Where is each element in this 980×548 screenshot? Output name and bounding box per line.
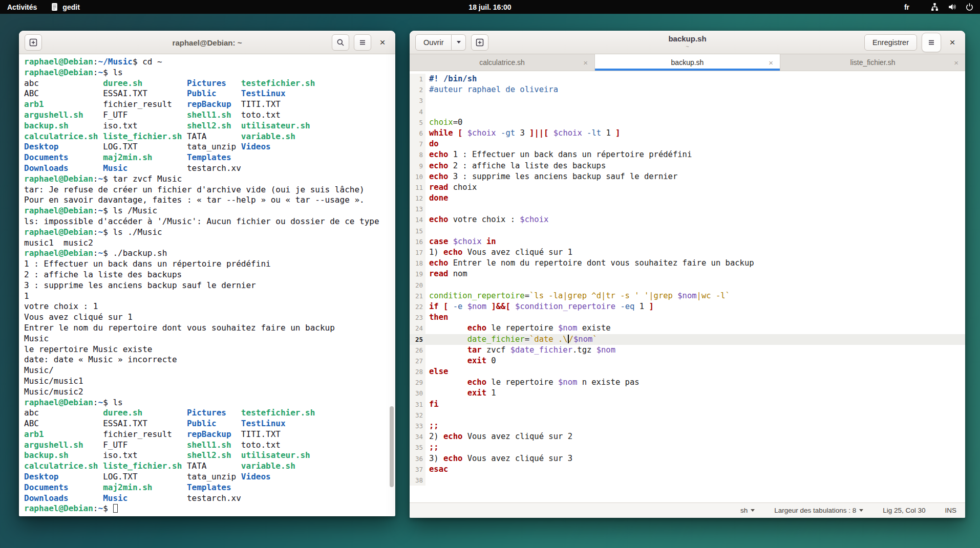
code-line-33: 33;; xyxy=(410,421,965,431)
tab-close-icon[interactable]: × xyxy=(769,58,773,67)
tab-width-label: Largeur des tabulations : 8 xyxy=(774,507,856,514)
code-line-text xyxy=(425,204,965,214)
code-line-24: 24 echo le repertoire $nom existe xyxy=(410,323,965,334)
terminal-line: raphael@Debian:~$ ls /Music xyxy=(24,206,395,216)
code-line-text: while [ $choix -gt 3 ]||[ $choix -lt 1 ] xyxy=(425,128,965,139)
line-number: 18 xyxy=(410,258,425,269)
clock[interactable]: 18 juil. 16:00 xyxy=(468,3,511,11)
terminal-close-button[interactable]: × xyxy=(376,36,389,49)
terminal-line: raphael@Debian:~$ ls ./Music xyxy=(24,227,395,238)
code-line-text: case $choix in xyxy=(425,236,965,247)
open-dropdown-button[interactable] xyxy=(452,34,466,51)
editor-tab-calculatrice.sh[interactable]: calculatrice.sh× xyxy=(410,54,595,71)
terminal-line: backup.sh iso.txt shell2.sh utilisateur.… xyxy=(24,121,395,131)
terminal-line: Desktop LOG.TXT tata_unzip Videos xyxy=(24,142,395,152)
code-line-text: ;; xyxy=(425,442,965,453)
terminal-line: calculatrice.sh liste_fichier.sh TATA va… xyxy=(24,461,395,472)
code-line-text: exit 1 xyxy=(425,388,965,399)
terminal-output[interactable]: raphael@Debian:~/Music$ cd ~raphael@Debi… xyxy=(19,54,395,516)
system-tray[interactable]: fr xyxy=(904,3,974,11)
code-line-text: date_fichier=`date .\/$nom` xyxy=(425,334,965,345)
terminal-scrollbar-thumb[interactable] xyxy=(390,406,394,487)
line-number: 16 xyxy=(410,236,425,247)
code-line-18: 18echo Entrer le nom du repertoire dont … xyxy=(410,258,965,269)
code-line-11: 11read choix xyxy=(410,182,965,193)
text-cursor xyxy=(113,504,118,513)
terminal-line: music1 music2 xyxy=(24,238,395,249)
terminal-line: arb1 fichier_result repBackup TITI.TXT xyxy=(24,99,395,110)
terminal-line: ABC ESSAI.TXT Public TestLinux xyxy=(24,89,395,99)
code-line-1: 1#! /bin/sh xyxy=(410,74,965,84)
focused-app-menu[interactable]: gedit xyxy=(50,3,79,11)
keyboard-layout-indicator[interactable]: fr xyxy=(904,3,909,11)
code-line-21: 21condition_repertoire=`ls -la|grep ^d|t… xyxy=(410,291,965,301)
code-line-3: 3 xyxy=(410,95,965,106)
terminal-line: Music xyxy=(24,334,395,344)
line-number: 27 xyxy=(410,356,425,366)
line-number: 20 xyxy=(410,280,425,291)
code-line-14: 14echo votre choix : $choix xyxy=(410,214,965,225)
chevron-down-icon xyxy=(859,509,863,512)
power-icon xyxy=(965,3,974,11)
save-button[interactable]: Enregistrer xyxy=(864,34,917,51)
terminal-scrollbar[interactable] xyxy=(389,31,395,516)
terminal-line: raphael@Debian:~$ ls xyxy=(24,68,395,78)
code-line-35: 35;; xyxy=(410,442,965,453)
search-button[interactable] xyxy=(332,34,349,51)
code-line-text: #! /bin/sh xyxy=(425,74,965,84)
terminal-line: raphael@Debian:~$ ls xyxy=(24,398,395,408)
code-line-text: else xyxy=(425,366,965,377)
tab-label: liste_fichier.sh xyxy=(850,58,896,67)
activities-button[interactable]: Activités xyxy=(7,3,37,11)
line-number: 8 xyxy=(410,149,425,160)
code-line-text: if [ -e $nom ]&&[ $condition_repertoire … xyxy=(425,301,965,312)
terminal-line: Documents maj2min.sh Templates xyxy=(24,483,395,493)
line-number: 30 xyxy=(410,388,425,399)
code-line-29: 29 echo le repertoire $nom n existe pas xyxy=(410,377,965,388)
terminal-line: ls: impossible d'accéder à '/Music': Auc… xyxy=(24,216,395,227)
status-bar: sh Largeur des tabulations : 8 Lig 25, C… xyxy=(410,502,965,518)
terminal-menu-button[interactable] xyxy=(354,34,371,51)
code-line-30: 30 exit 1 xyxy=(410,388,965,399)
line-number: 26 xyxy=(410,345,425,356)
line-number: 13 xyxy=(410,204,425,214)
gedit-close-button[interactable]: × xyxy=(946,36,959,49)
code-line-26: 26 tar zvcf $date_fichier.tgz $nom xyxy=(410,345,965,356)
code-line-20: 20 xyxy=(410,280,965,291)
new-tab-button[interactable] xyxy=(25,34,42,51)
line-number: 2 xyxy=(410,84,425,95)
terminal-line: argushell.sh F_UTF shell1.sh toto.txt xyxy=(24,440,395,451)
line-number: 5 xyxy=(410,117,425,128)
terminal-line: votre choix : 1 xyxy=(24,301,395,312)
language-selector[interactable]: sh xyxy=(740,507,755,514)
terminal-line: ABC ESSAI.TXT Public TestLinux xyxy=(24,419,395,429)
code-line-12: 12done xyxy=(410,193,965,204)
terminal-line: Music/music1 xyxy=(24,376,395,387)
line-number: 24 xyxy=(410,323,425,334)
document-title: backup.sh xyxy=(668,34,706,42)
editor-tab-liste_fichier.sh[interactable]: liste_fichier.sh× xyxy=(780,54,965,71)
code-line-text: echo le repertoire $nom n existe pas xyxy=(425,377,965,388)
terminal-window: raphael@Debian: ~ × raphael@Debian:~/Mus… xyxy=(19,31,395,516)
terminal-line: raphael@Debian:~/Music$ cd ~ xyxy=(24,57,395,68)
line-number: 11 xyxy=(410,182,425,193)
code-line-text: tar zvcf $date_fichier.tgz $nom xyxy=(425,345,965,356)
code-line-text: #auteur raphael de oliveira xyxy=(425,84,965,95)
terminal-line: 1 xyxy=(24,291,395,302)
gedit-menu-button[interactable] xyxy=(922,33,941,52)
code-line-text: fi xyxy=(425,399,965,410)
code-line-text xyxy=(425,95,965,106)
new-document-button[interactable] xyxy=(471,34,488,51)
code-line-36: 363) echo Vous avez cliqué sur 3 xyxy=(410,453,965,464)
gedit-app-icon xyxy=(50,3,59,11)
terminal-line: raphael@Debian:~$ tar zvcf Music xyxy=(24,174,395,185)
tab-width-selector[interactable]: Largeur des tabulations : 8 xyxy=(774,507,863,514)
open-button[interactable]: Ouvrir xyxy=(415,34,452,51)
code-area[interactable]: 1#! /bin/sh2#auteur raphael de oliveira3… xyxy=(410,71,965,502)
code-line-text xyxy=(425,475,965,486)
line-number: 35 xyxy=(410,442,425,453)
editor-tab-backup.sh[interactable]: backup.sh× xyxy=(595,54,780,71)
tab-close-icon[interactable]: × xyxy=(954,58,958,67)
code-line-text: 3) echo Vous avez cliqué sur 3 xyxy=(425,453,965,464)
tab-close-icon[interactable]: × xyxy=(583,58,588,67)
